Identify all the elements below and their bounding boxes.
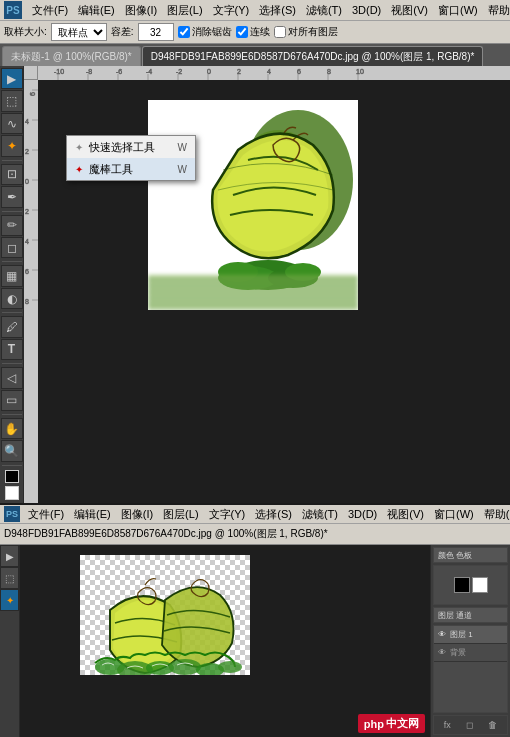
tool-crop[interactable]: ⊡	[1, 164, 23, 185]
bottom-tool-2[interactable]: ⬚	[0, 567, 19, 589]
quick-select-shortcut: W	[178, 142, 187, 153]
bottom-menu-view[interactable]: 视图(V)	[383, 506, 428, 523]
tool-sep-5	[2, 363, 22, 364]
contiguous-checkbox[interactable]	[236, 26, 248, 38]
bottom-menu-edit[interactable]: 编辑(E)	[70, 506, 115, 523]
menu-text-top[interactable]: 文字(Y)	[209, 2, 254, 19]
context-menu-quick-select[interactable]: ✦ 快速选择工具 W	[67, 136, 195, 158]
bottom-menu-select[interactable]: 选择(S)	[251, 506, 296, 523]
antialias-wrap: 消除锯齿	[178, 25, 232, 39]
svg-text:-6: -6	[116, 68, 122, 75]
left-toolbar-top: ▶ ⬚ ∿ ✦ ⊡ ✒ ✏ ◻ ▦ ◐ 🖊 T ◁ ▭ ✋ 🔍	[0, 66, 24, 503]
svg-text:-8: -8	[86, 68, 92, 75]
bottom-options-bar: D948FDB91FAB899E6D8587D676A470Dc.jpg @ 1…	[0, 523, 510, 545]
tool-hand[interactable]: ✋	[1, 418, 23, 439]
svg-text:8: 8	[25, 298, 29, 305]
svg-text:0: 0	[207, 68, 211, 75]
top-menu-bar: PS 文件(F) 编辑(E) 图像(I) 图层(L) 文字(Y) 选择(S) 滤…	[0, 0, 510, 20]
tab-bar-top: 未标题-1 @ 100%(RGB/8)* D948FDB91FAB899E6D8…	[0, 44, 510, 66]
bottom-tool-3[interactable]: ✦	[0, 589, 19, 611]
svg-text:-10: -10	[54, 68, 64, 75]
svg-text:2: 2	[25, 148, 29, 155]
svg-text:6: 6	[29, 92, 36, 96]
tool-shape[interactable]: ▭	[1, 390, 23, 411]
foreground-color[interactable]	[5, 470, 19, 484]
panel-tool-3[interactable]: 🗑	[488, 720, 497, 730]
bottom-menu-image[interactable]: 图像(I)	[117, 506, 157, 523]
antialias-checkbox[interactable]	[178, 26, 190, 38]
panel-tool-2[interactable]: ◻	[466, 720, 473, 730]
tool-eraser[interactable]: ◻	[1, 237, 23, 258]
magic-wand-label: 魔棒工具	[89, 162, 133, 177]
tool-lasso[interactable]: ∿	[1, 113, 23, 134]
tolerance-input[interactable]	[138, 23, 174, 41]
ruler-area-top: -10 -8 -6 -4 -2 0 2 4 6 8 10	[24, 66, 510, 503]
bottom-menu-layer[interactable]: 图层(L)	[159, 506, 202, 523]
menu-file-top[interactable]: 文件(F)	[28, 2, 72, 19]
menu-edit-top[interactable]: 编辑(E)	[74, 2, 119, 19]
sample-size-label: 取样大小:	[4, 25, 47, 39]
bottom-menu-bar: PS 文件(F) 编辑(E) 图像(I) 图层(L) 文字(Y) 选择(S) 滤…	[0, 505, 510, 523]
bottom-tool-1[interactable]: ▶	[0, 545, 19, 567]
options-bar-top: 取样大小: 取样点 容差: 消除锯齿 连续 对所有图层	[0, 20, 510, 44]
ps-top-window: PS 文件(F) 编辑(E) 图像(I) 图层(L) 文字(Y) 选择(S) 滤…	[0, 0, 510, 505]
menu-view-top[interactable]: 视图(V)	[387, 2, 432, 19]
tool-path[interactable]: ◁	[1, 367, 23, 388]
tab-untitled[interactable]: 未标题-1 @ 100%(RGB/8)*	[2, 46, 141, 66]
layer-row-1[interactable]: 👁 图层 1	[434, 626, 507, 644]
tool-sep-4	[2, 312, 22, 313]
menu-3d-top[interactable]: 3D(D)	[348, 3, 385, 17]
ruler-corner	[24, 66, 38, 80]
bottom-menu-text[interactable]: 文字(Y)	[205, 506, 250, 523]
magic-wand-shortcut: W	[178, 164, 187, 175]
bottom-main: ▶ ⬚ ✦	[0, 545, 510, 737]
contiguous-label: 连续	[250, 25, 270, 39]
tool-sep-1	[2, 160, 22, 161]
background-swatch[interactable]	[472, 577, 488, 593]
sample-size-select[interactable]: 取样点	[51, 23, 107, 41]
bottom-canvas-image	[80, 555, 250, 675]
layer-row-2[interactable]: 👁 背景	[434, 644, 507, 662]
menu-select-top[interactable]: 选择(S)	[255, 2, 300, 19]
all-layers-wrap: 对所有图层	[274, 25, 338, 39]
tool-eyedropper[interactable]: ✒	[1, 186, 23, 207]
tool-marquee[interactable]: ⬚	[1, 90, 23, 111]
svg-text:4: 4	[267, 68, 271, 75]
panel-tool-1[interactable]: fx	[444, 720, 451, 730]
svg-rect-0	[38, 66, 510, 80]
context-menu-magic-wand[interactable]: ✦ 魔棒工具 W	[67, 158, 195, 180]
foreground-swatch[interactable]	[454, 577, 470, 593]
bottom-menu-filter[interactable]: 滤镜(T)	[298, 506, 342, 523]
zongzi-svg-bottom	[80, 555, 250, 675]
tool-text[interactable]: T	[1, 339, 23, 360]
all-layers-checkbox[interactable]	[274, 26, 286, 38]
tool-brush[interactable]: ✏	[1, 215, 23, 236]
tool-gradient[interactable]: ▦	[1, 265, 23, 286]
blur-overlay-top	[148, 275, 358, 310]
tool-zoom[interactable]: 🔍	[1, 440, 23, 461]
tool-magic-wand[interactable]: ✦	[1, 135, 23, 156]
tool-sep-2	[2, 211, 22, 212]
bottom-menu-help[interactable]: 帮助(H)	[480, 506, 510, 523]
menu-layer-top[interactable]: 图层(L)	[163, 2, 206, 19]
menu-filter-top[interactable]: 滤镜(T)	[302, 2, 346, 19]
background-color[interactable]	[5, 486, 19, 500]
tool-dodge[interactable]: ◐	[1, 288, 23, 309]
bottom-canvas-area[interactable]	[20, 545, 430, 737]
context-menu-tool[interactable]: ✦ 快速选择工具 W ✦ 魔棒工具 W	[66, 135, 196, 181]
menu-image-top[interactable]: 图像(I)	[121, 2, 161, 19]
bottom-left-toolbar: ▶ ⬚ ✦	[0, 545, 20, 737]
tool-move[interactable]: ▶	[1, 68, 23, 89]
tool-sep-3	[2, 261, 22, 262]
menu-help-top[interactable]: 帮助(H)	[484, 2, 510, 19]
panel-header-2: 图层 通道	[433, 607, 508, 623]
ruler-vertical-top: 6 4 2 0 2 4 6 8	[24, 80, 38, 503]
tool-pen[interactable]: 🖊	[1, 316, 23, 337]
menu-window-top[interactable]: 窗口(W)	[434, 2, 482, 19]
bottom-menu-window[interactable]: 窗口(W)	[430, 506, 478, 523]
php-subtext: 中文网	[386, 716, 419, 731]
bottom-menu-file[interactable]: 文件(F)	[24, 506, 68, 523]
bottom-menu-3d[interactable]: 3D(D)	[344, 507, 381, 521]
tab-image[interactable]: D948FDB91FAB899E6D8587D676A470Dc.jpg @ 1…	[142, 46, 484, 66]
canvas-area-top[interactable]: ✦ 快速选择工具 W ✦ 魔棒工具 W	[38, 80, 510, 503]
